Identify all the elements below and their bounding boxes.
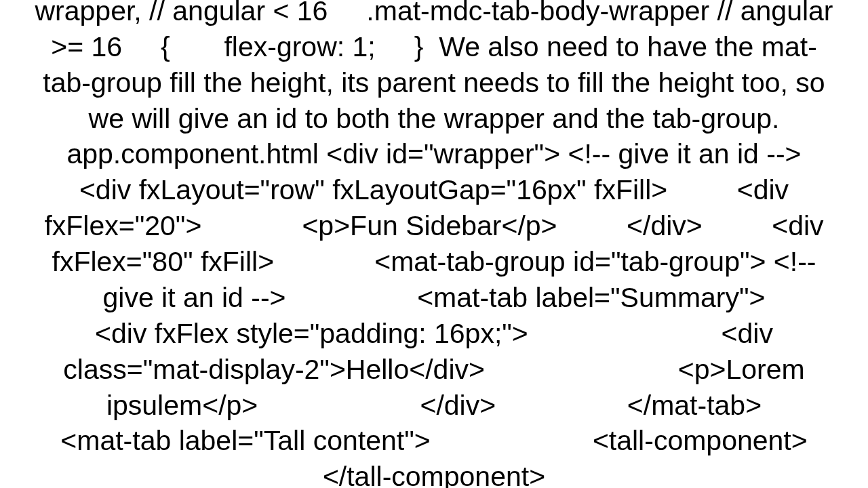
document-text: wrapper, // angular < 16 .mat-mdc-tab-bo…	[27, 0, 841, 488]
